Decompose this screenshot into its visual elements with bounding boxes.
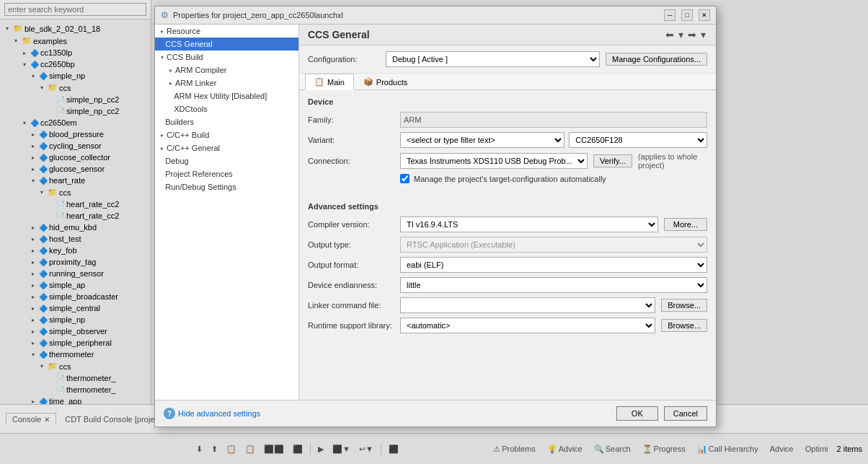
advanced-section-title: Advanced settings [308, 202, 707, 211]
tabs-bar: 📋 Main 📦 Products [299, 74, 716, 90]
nav-item-label: CCS Build [167, 53, 203, 61]
tab-products-label: Products [376, 78, 407, 87]
manage-config-checkbox[interactable] [400, 174, 409, 183]
nav-item-label: C/C++ Build [167, 131, 209, 139]
panel-dropdown2-btn[interactable]: ▾ [699, 29, 707, 40]
dialog-footer: ? Hide advanced settings OK Cancel [155, 400, 716, 426]
verify-button[interactable]: Verify... [593, 154, 632, 167]
nav-arrow-icon [161, 119, 162, 126]
nav-arrow-icon [161, 158, 162, 165]
properties-dialog: ⚙ Properties for project_zero_app_cc2650… [154, 6, 717, 427]
variant-fields: <select or type filter text> CC2650F128 [400, 132, 707, 148]
panel-toolbar: ⬅ ▾ ➡ ▾ [664, 29, 707, 40]
nav-item-ccs-general[interactable]: CCS General [155, 38, 298, 51]
nav-item-resource[interactable]: ▸ Resource [155, 25, 298, 38]
nav-arrow-icon [161, 171, 162, 178]
nav-arrow-icon: ▸ [169, 67, 172, 74]
modal-title-text: Properties for project_zero_app_cc2650la… [173, 11, 658, 19]
applies-label: (applies to whole project) [638, 152, 707, 170]
minimize-button[interactable]: ─ [664, 9, 676, 21]
ok-button[interactable]: OK [616, 406, 658, 421]
nav-arrow-icon [169, 93, 171, 100]
output-format-select[interactable]: eabi (ELF) [400, 257, 707, 273]
runtime-support-select[interactable]: <automatic> [400, 318, 655, 333]
nav-arrow-icon: ▸ [161, 28, 164, 35]
nav-item-run-debug[interactable]: Run/Debug Settings [155, 180, 298, 193]
nav-arrow-icon [161, 41, 162, 48]
nav-item-label: C/C++ General [167, 144, 220, 152]
panel-dropdown-btn[interactable]: ▾ [677, 29, 685, 40]
nav-item-label: Debug [165, 157, 188, 165]
nav-item-project-refs[interactable]: Project References [155, 167, 298, 180]
family-label: Family: [308, 115, 394, 124]
nav-item-label: ARM Hex Utility [Disabled] [174, 92, 267, 100]
device-endianness-label: Device endianness: [308, 281, 394, 289]
nav-item-debug[interactable]: Debug [155, 154, 298, 167]
nav-item-xdctools[interactable]: XDCtools [155, 102, 298, 115]
nav-item-cpp-build[interactable]: ▸ C/C++ Build [155, 128, 298, 141]
advanced-section: Advanced settings Compiler version: TI v… [299, 195, 716, 345]
nav-item-builders[interactable]: Builders [155, 115, 298, 128]
nav-item-label: Builders [165, 118, 194, 126]
nav-arrow-icon [169, 106, 171, 113]
left-nav-panel: ▸ Resource CCS General ▾ CCS Build [155, 25, 299, 400]
panel-forward-btn[interactable]: ➡ [686, 29, 698, 40]
output-format-row: Output format: eabi (ELF) [308, 257, 707, 273]
nav-item-label: CCS General [165, 40, 212, 48]
modal-titlebar: ⚙ Properties for project_zero_app_cc2650… [155, 6, 716, 25]
family-input [400, 112, 707, 128]
nav-arrow-icon: ▸ [169, 80, 172, 87]
nav-item-label: ARM Compiler [175, 66, 227, 74]
panel-back-btn[interactable]: ⬅ [664, 29, 676, 40]
close-button[interactable]: ✕ [699, 9, 710, 21]
linker-browse-button[interactable]: Browse... [661, 299, 707, 312]
cancel-button[interactable]: Cancel [664, 406, 707, 421]
nav-arrow-icon: ▸ [161, 132, 164, 139]
output-type-label: Output type: [308, 240, 394, 249]
compiler-version-label: Compiler version: [308, 220, 394, 229]
manage-configurations-button[interactable]: Manage Configurations... [606, 53, 707, 66]
configuration-select[interactable]: Debug [ Active ] [386, 51, 600, 67]
nav-item-label: XDCtools [174, 105, 207, 113]
compiler-version-select[interactable]: TI v16.9.4.LTS [400, 216, 658, 232]
linker-command-select[interactable] [400, 297, 655, 313]
nav-arrow-icon: ▸ [161, 145, 164, 152]
variant-select[interactable]: <select or type filter text> [400, 132, 564, 148]
nav-item-label: Run/Debug Settings [165, 183, 236, 191]
nav-item-label: ARM Linker [175, 79, 216, 87]
connection-row: Connection: Texas Instruments XDS110 USB… [308, 152, 707, 170]
device-endianness-select[interactable]: little [400, 277, 707, 293]
nav-item-arm-compiler[interactable]: ▸ ARM Compiler [155, 64, 298, 76]
nav-item-cpp-general[interactable]: ▸ C/C++ General [155, 141, 298, 154]
ccs-general-panel: CCS General ⬅ ▾ ➡ ▾ Configuration: [299, 25, 716, 345]
checkbox-label: Manage the project's target-configuratio… [414, 175, 606, 183]
modal-body: ▸ Resource CCS General ▾ CCS Build [155, 25, 716, 426]
device-section: Device Family: Variant: <select or type … [299, 90, 716, 195]
nav-item-label: Project References [165, 170, 233, 178]
products-tab-icon: 📦 [363, 77, 373, 87]
checkbox-row: Manage the project's target-configuratio… [308, 174, 707, 183]
runtime-browse-button[interactable]: Browse... [661, 319, 707, 332]
help-link[interactable]: ? Hide advanced settings [164, 408, 260, 419]
tab-main[interactable]: 📋 Main [305, 74, 354, 90]
nav-item-arm-hex[interactable]: ARM Hex Utility [Disabled] [155, 89, 298, 102]
nav-arrow-icon [161, 184, 162, 191]
right-content-panel: CCS General ⬅ ▾ ➡ ▾ Configuration: [299, 25, 716, 400]
linker-command-label: Linker command file: [308, 301, 394, 310]
main-tab-icon: 📋 [314, 77, 324, 87]
variant-label: Variant: [308, 136, 394, 144]
maximize-button[interactable]: □ [681, 9, 693, 21]
panel-title: CCS General [308, 29, 370, 40]
family-row: Family: [308, 112, 707, 128]
nav-item-ccs-build[interactable]: ▾ CCS Build [155, 51, 298, 64]
variant-value-select[interactable]: CC2650F128 [569, 132, 707, 148]
more-button[interactable]: More... [664, 218, 707, 231]
connection-select[interactable]: Texas Instruments XDS110 USB Debug Prob.… [400, 153, 588, 169]
configuration-row: Configuration: Debug [ Active ] Manage C… [299, 45, 716, 74]
nav-item-label: Resource [167, 27, 200, 35]
modal-title-icon: ⚙ [161, 10, 169, 20]
nav-item-arm-linker[interactable]: ▸ ARM Linker [155, 76, 298, 89]
panel-header: CCS General ⬅ ▾ ➡ ▾ [299, 25, 716, 45]
tab-products[interactable]: 📦 Products [354, 74, 417, 90]
output-type-select: RTSC Application (Executable) [400, 237, 707, 253]
